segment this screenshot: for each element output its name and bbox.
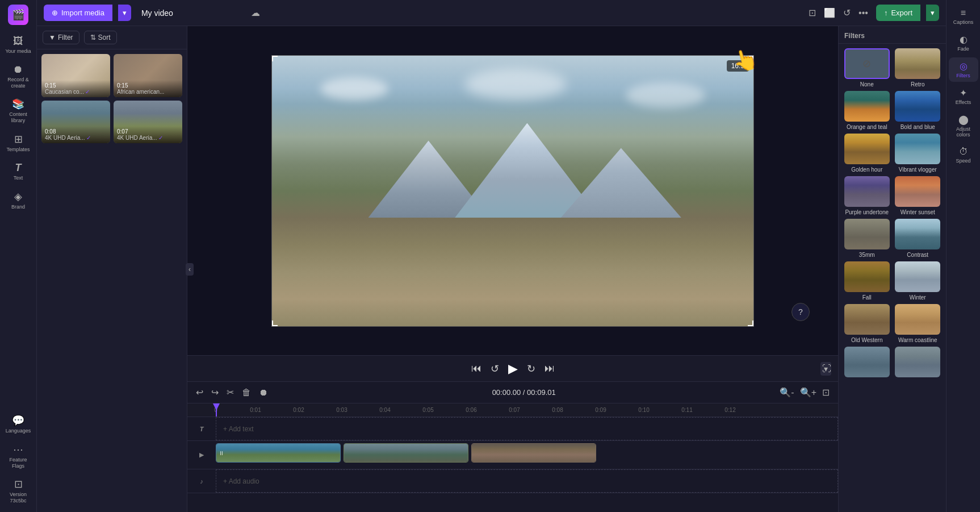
- clip1-pause-icon: ⏸: [219, 450, 224, 456]
- media-thumb-uhd1[interactable]: 0:08 4K UHD Aeria... ✓: [41, 101, 110, 144]
- filter-vibrant-vlogger[interactable]: Vibrant vlogger: [894, 134, 942, 173]
- sidebar-item-version[interactable]: ⊡ Version 73c5bc: [2, 474, 34, 507]
- audio-track: ♪ + Add audio: [187, 469, 838, 493]
- redo-button[interactable]: ↪: [210, 385, 220, 399]
- sidebar-label-content-library: Content library: [5, 111, 32, 124]
- import-media-button[interactable]: ⊕ Import media: [44, 5, 112, 21]
- marker-1: 0:01: [250, 407, 261, 413]
- aspect-ratio-badge[interactable]: 16:9: [727, 60, 749, 72]
- languages-icon: 💬: [12, 414, 24, 427]
- save-timeline-button[interactable]: ⏺: [257, 386, 270, 399]
- zoom-fit-button[interactable]: ⊡: [820, 385, 831, 399]
- project-title-input[interactable]: [137, 6, 245, 20]
- zoom-in-button[interactable]: 🔍+: [798, 385, 818, 399]
- sidebar-item-record-create[interactable]: ⏺ Record & create: [2, 60, 34, 93]
- captions-label: Captions: [953, 19, 974, 25]
- filter-icon: ▼: [49, 34, 56, 41]
- filter-label-purple-undertone: Purple undertone: [845, 209, 889, 215]
- filter-label-none: None: [860, 81, 874, 88]
- filter-winter[interactable]: Winter: [894, 261, 942, 301]
- media-panel-collapse-button[interactable]: ‹: [186, 263, 194, 276]
- export-label: Export: [891, 9, 912, 17]
- speed-label: Speed: [956, 158, 970, 164]
- effects-item-captions[interactable]: ≡ Captions: [949, 5, 978, 28]
- add-text-area[interactable]: + Add text: [216, 417, 838, 440]
- export-button[interactable]: ↑ Export: [876, 5, 920, 21]
- skip-forward-button[interactable]: ⏭: [545, 363, 555, 374]
- filter-button[interactable]: ▼ Filter: [43, 31, 79, 44]
- sidebar-item-your-media[interactable]: 🖼 Your media: [2, 32, 34, 58]
- app-logo[interactable]: 🎬: [8, 5, 28, 25]
- feature-flags-icon: ⋯: [13, 443, 23, 456]
- marker-12: 0:12: [724, 407, 735, 413]
- thumb-duration-caucasian: 0:15: [45, 82, 107, 89]
- effects-item-speed[interactable]: ⏱ Speed: [949, 143, 978, 167]
- skip-back-button[interactable]: ⏮: [471, 363, 481, 374]
- filter-extra2[interactable]: [894, 347, 942, 380]
- effects-icon: ✦: [960, 88, 967, 98]
- fullscreen-button[interactable]: ⛶: [822, 364, 831, 374]
- filter-retro[interactable]: Retro: [894, 48, 942, 88]
- filter-purple-undertone[interactable]: Purple undertone: [843, 176, 891, 215]
- undo-button[interactable]: ↩: [194, 385, 205, 399]
- video-clip-3[interactable]: [471, 443, 596, 463]
- effects-item-filters[interactable]: ◎ Filters: [949, 57, 978, 82]
- rewind-button[interactable]: ↺: [491, 363, 499, 375]
- logo-icon: 🎬: [12, 9, 24, 21]
- delete-button[interactable]: 🗑: [240, 386, 253, 399]
- media-thumb-caucasian[interactable]: 0:15 Caucasian co... ✓: [41, 54, 110, 97]
- media-thumb-uhd2[interactable]: 0:07 4K UHD Aeria... ✓: [114, 101, 182, 144]
- crop-button[interactable]: ⊡: [806, 5, 818, 20]
- marker-3: 0:03: [336, 407, 347, 413]
- sort-button[interactable]: ⇅ Sort: [84, 31, 117, 44]
- filter-label-vibrant-vlogger: Vibrant vlogger: [899, 166, 937, 173]
- text-icon: T: [15, 162, 22, 174]
- sidebar-item-feature-flags[interactable]: ⋯ Feature Flags: [2, 440, 34, 473]
- video-track: ▶ ⏸: [187, 441, 838, 469]
- play-pause-button[interactable]: ▶: [508, 361, 518, 376]
- video-clip-1[interactable]: ⏸: [216, 443, 341, 463]
- effects-item-fade[interactable]: ◐ Fade: [949, 31, 978, 55]
- playhead[interactable]: [216, 403, 217, 417]
- timeline-toolbar: ↩ ↪ ✂ 🗑 ⏺ 00:00.00 / 00:09.01 🔍- 🔍+ ⊡: [187, 382, 838, 403]
- rotate-button[interactable]: ↺: [841, 5, 853, 20]
- filter-extra1[interactable]: [843, 347, 891, 380]
- filter-old-western[interactable]: Old Western: [843, 304, 891, 343]
- sidebar-item-languages[interactable]: 💬 Languages: [2, 411, 34, 438]
- filter-contrast[interactable]: Contrast: [894, 219, 942, 258]
- export-dropdown-button[interactable]: ▾: [926, 5, 939, 21]
- more-button[interactable]: •••: [856, 6, 870, 20]
- effects-item-adjust-colors[interactable]: ⬤ Adjust colors: [949, 111, 978, 141]
- forward-button[interactable]: ↻: [527, 363, 535, 375]
- filter-35mm[interactable]: 35mm: [843, 219, 891, 258]
- filter-fall[interactable]: Fall: [843, 261, 891, 301]
- filter-golden-hour[interactable]: Golden hour: [843, 134, 891, 173]
- zoom-controls: 🔍- 🔍+ ⊡: [778, 385, 831, 399]
- media-thumb-african[interactable]: 0:15 African american...: [114, 54, 182, 97]
- filter-label-winter: Winter: [910, 294, 926, 301]
- save-icon[interactable]: ☁: [251, 7, 260, 18]
- zoom-out-button[interactable]: 🔍-: [778, 385, 795, 399]
- filter-winter-sunset[interactable]: Winter sunset: [894, 176, 942, 215]
- help-button[interactable]: ?: [791, 303, 810, 321]
- effects-item-effects[interactable]: ✦ Effects: [949, 84, 978, 109]
- filter-orange-teal[interactable]: Orange and teal: [843, 91, 891, 130]
- filter-warm-coastline[interactable]: Warm coastline: [894, 304, 942, 343]
- video-track-icon: ▶: [199, 451, 204, 459]
- sidebar-item-content-library[interactable]: 📚 Content library: [2, 94, 34, 127]
- cut-button[interactable]: ✂: [225, 385, 236, 399]
- sidebar-item-brand[interactable]: ◈ Brand: [2, 187, 34, 214]
- sidebar-label-templates: Templates: [6, 147, 30, 153]
- import-dropdown-button[interactable]: ▾: [118, 5, 131, 21]
- import-media-label: Import media: [61, 9, 104, 17]
- sidebar-item-templates[interactable]: ⊞ Templates: [2, 130, 34, 156]
- sidebar-item-text[interactable]: T Text: [2, 159, 34, 185]
- media-icon: 🖼: [13, 35, 23, 47]
- monitor-button[interactable]: ⬜: [822, 5, 837, 20]
- filter-label-orange-teal: Orange and teal: [847, 124, 887, 130]
- video-clip-2[interactable]: [344, 443, 468, 463]
- filter-none[interactable]: ⊘ None: [843, 48, 891, 88]
- filter-thumb-orange-teal: [844, 91, 890, 122]
- filter-bold-blue[interactable]: Bold and blue: [894, 91, 942, 130]
- add-audio-area[interactable]: + Add audio: [216, 469, 838, 493]
